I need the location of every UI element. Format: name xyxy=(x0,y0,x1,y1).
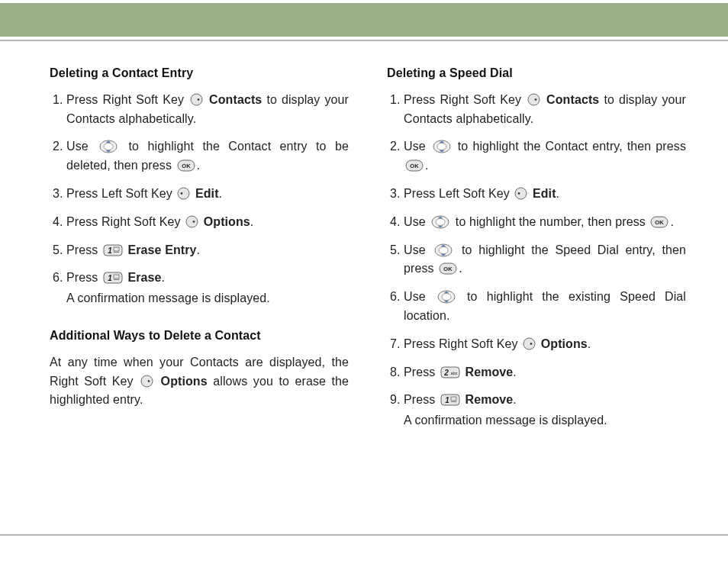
label-bold: Edit xyxy=(533,187,556,200)
step-item: Press Right Soft Key Contacts to display… xyxy=(66,91,349,129)
ok-key-icon xyxy=(177,159,195,171)
step-text: . xyxy=(197,243,201,256)
step-item: Press Remove. xyxy=(404,363,686,382)
step-text: . xyxy=(162,271,166,284)
ok-key-icon xyxy=(650,215,668,227)
right-column: Deleting a Speed Dial Press Right Soft K… xyxy=(387,64,686,440)
step-text: Use xyxy=(404,140,430,153)
steps-list: Press Right Soft Key Contacts to display… xyxy=(50,91,349,308)
label-bold: Edit xyxy=(195,187,219,200)
step-text: . xyxy=(513,366,517,378)
step-item: Press Remove. A confirmation message is … xyxy=(404,391,686,430)
step-text: Press xyxy=(66,243,101,256)
step-text: Press xyxy=(404,393,439,406)
step-text: . xyxy=(425,159,429,172)
section-heading: Deleting a Speed Dial xyxy=(387,64,686,83)
step-text: Press Left Soft Key xyxy=(66,187,176,200)
step-item: Press Left Soft Key Edit. xyxy=(404,185,686,204)
left-soft-key-icon xyxy=(177,187,190,200)
nav-key-icon xyxy=(433,243,453,258)
step-text: . xyxy=(250,215,254,228)
label-bold: Erase xyxy=(128,271,162,284)
label-bold: Remove xyxy=(465,366,514,378)
label-bold: Contacts xyxy=(546,93,599,106)
step-text: Use xyxy=(66,140,97,153)
step-text: Press Right Soft Key xyxy=(404,93,526,106)
step-item: Use to highlight the Contact entry, then… xyxy=(404,137,686,176)
step-item: Press Erase. A confirmation message is d… xyxy=(66,269,349,308)
footer-rule xyxy=(0,534,728,536)
nav-key-icon xyxy=(432,139,452,154)
step-text: Use xyxy=(404,290,435,303)
label-bold: Erase Entry xyxy=(128,243,197,256)
step-item: Press Right Soft Key Options. xyxy=(66,213,349,232)
key-1-icon xyxy=(440,393,460,405)
step-text: to highlight the number, then press xyxy=(456,215,649,228)
step-text: Use xyxy=(404,215,429,228)
step-item: Use to highlight the existing Speed Dial… xyxy=(404,288,686,326)
label-bold: Options xyxy=(204,215,250,228)
ok-key-icon xyxy=(439,262,457,274)
page-content: Deleting a Contact Entry Press Right Sof… xyxy=(0,41,728,440)
left-soft-key-icon xyxy=(514,187,527,200)
step-text: Press Right Soft Key xyxy=(66,93,188,106)
step-item: Use to highlight the number, then press … xyxy=(404,213,686,232)
header-bar xyxy=(0,3,728,37)
step-text: Use xyxy=(404,243,432,256)
step-text: Press Left Soft Key xyxy=(404,187,513,200)
step-item: Use to highlight the Speed Dial entry, t… xyxy=(404,241,686,279)
key-2-icon xyxy=(440,366,460,378)
right-soft-key-icon xyxy=(523,337,536,350)
key-1-icon xyxy=(103,271,123,283)
right-soft-key-icon xyxy=(185,215,198,228)
step-note: A confirmation message is displayed. xyxy=(404,411,686,430)
step-text: Press Right Soft Key xyxy=(404,337,521,350)
step-text: Press Right Soft Key xyxy=(66,215,184,228)
step-item: Use to highlight the Contact entry to be… xyxy=(66,137,349,176)
nav-key-icon xyxy=(436,289,456,304)
step-item: Press Right Soft Key Options. xyxy=(404,335,686,354)
ok-key-icon xyxy=(405,159,424,171)
step-text: . xyxy=(670,215,674,228)
step-text: to highlight the Contact entry, then pre… xyxy=(458,140,686,153)
step-text: . xyxy=(459,262,462,275)
steps-list: Press Right Soft Key Contacts to display… xyxy=(387,91,686,430)
left-column: Deleting a Contact Entry Press Right Sof… xyxy=(50,64,349,440)
label-bold: Remove xyxy=(465,393,514,406)
paragraph: At any time when your Contacts are displ… xyxy=(50,353,349,410)
key-1-icon xyxy=(103,243,123,256)
step-text: . xyxy=(556,187,560,200)
right-soft-key-icon xyxy=(140,375,153,388)
step-item: Press Left Soft Key Edit. xyxy=(66,185,349,204)
label-bold: Contacts xyxy=(209,93,262,106)
label-bold: Options xyxy=(161,375,208,388)
step-item: Press Erase Entry. xyxy=(66,241,349,260)
right-soft-key-icon xyxy=(527,93,540,106)
right-soft-key-icon xyxy=(190,93,203,106)
step-text: Press xyxy=(66,271,101,284)
section-heading: Deleting a Contact Entry xyxy=(50,64,349,83)
step-text: . xyxy=(219,187,223,200)
step-text: . xyxy=(513,393,517,406)
label-bold: Options xyxy=(541,337,588,350)
step-note: A confirmation message is displayed. xyxy=(66,289,349,308)
nav-key-icon xyxy=(98,139,118,154)
step-text: . xyxy=(588,337,591,350)
step-text: Press xyxy=(404,366,439,378)
nav-key-icon xyxy=(430,214,450,230)
step-text: . xyxy=(197,159,201,172)
section-heading: Additional Ways to Delete a Contact xyxy=(50,327,349,346)
step-item: Press Right Soft Key Contacts to display… xyxy=(404,91,686,129)
